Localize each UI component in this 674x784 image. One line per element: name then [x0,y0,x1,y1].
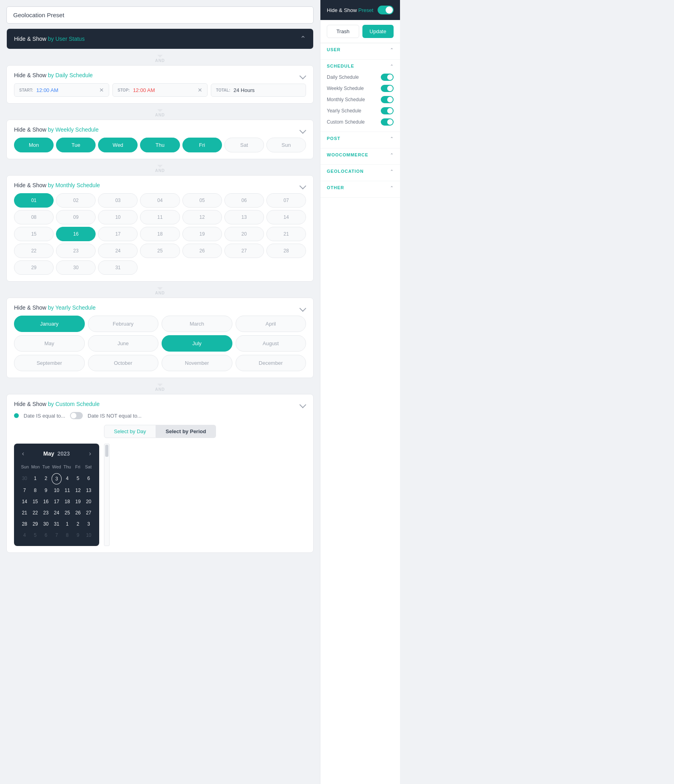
monthly-day-26[interactable]: 26 [182,244,222,258]
monthly-day-11[interactable]: 11 [140,210,180,224]
monthly-day-21[interactable]: 21 [266,227,306,241]
cal-cell-2-1[interactable]: 15 [30,496,40,507]
monthly-day-31[interactable]: 31 [98,260,138,275]
monthly-day-06[interactable]: 06 [224,193,264,208]
sidebar-schedule-item-toggle[interactable] [381,74,394,81]
yearly-month-september[interactable]: September [14,355,85,371]
sidebar-geolocation-label[interactable]: GEOLOCATION ⌃ [327,169,394,174]
yearly-chevron-icon[interactable] [300,304,306,311]
monthly-day-05[interactable]: 05 [182,193,222,208]
cal-cell-5-1[interactable]: 5 [30,530,40,540]
yearly-month-february[interactable]: February [88,316,159,332]
monthly-day-24[interactable]: 24 [98,244,138,258]
weekly-day-sun[interactable]: Sun [266,138,306,152]
stop-time-field[interactable]: STOP: 12:00 AM ✕ [112,83,208,97]
cal-cell-1-2[interactable]: 9 [41,485,51,496]
cal-cell-2-0[interactable]: 14 [20,496,30,507]
cal-cell-5-2[interactable]: 6 [41,530,51,540]
monthly-day-22[interactable]: 22 [14,244,54,258]
select-by-day-tab[interactable]: Select by Day [104,425,156,438]
monthly-day-02[interactable]: 02 [56,193,96,208]
cal-cell-4-5[interactable]: 2 [73,519,83,529]
cal-cell-0-6[interactable]: 6 [84,473,94,484]
sidebar-other-label[interactable]: OTHER ⌃ [327,185,394,190]
preset-title-input[interactable] [6,6,314,24]
daily-chevron-icon[interactable] [300,72,306,78]
weekly-day-sat[interactable]: Sat [224,138,264,152]
cal-cell-3-4[interactable]: 25 [62,508,72,518]
cal-cell-4-0[interactable]: 28 [20,519,30,529]
cal-cell-4-2[interactable]: 30 [41,519,51,529]
monthly-day-09[interactable]: 09 [56,210,96,224]
yearly-month-january[interactable]: January [14,316,85,332]
monthly-chevron-icon[interactable] [300,182,306,188]
cal-cell-5-0[interactable]: 4 [20,530,30,540]
yearly-month-october[interactable]: October [88,355,159,371]
monthly-day-29[interactable]: 29 [14,260,54,275]
update-button[interactable]: Update [362,25,394,38]
monthly-day-20[interactable]: 20 [224,227,264,241]
cal-cell-1-6[interactable]: 13 [84,485,94,496]
weekly-day-mon[interactable]: Mon [14,138,54,152]
weekly-day-thu[interactable]: Thu [140,138,180,152]
stop-clear-icon[interactable]: ✕ [198,87,202,93]
cal-cell-1-5[interactable]: 12 [73,485,83,496]
monthly-day-18[interactable]: 18 [140,227,180,241]
weekly-day-wed[interactable]: Wed [98,138,138,152]
cal-cell-3-6[interactable]: 27 [84,508,94,518]
yearly-month-may[interactable]: May [14,335,85,352]
monthly-day-14[interactable]: 14 [266,210,306,224]
sidebar-schedule-label[interactable]: SCHEDULE ⌃ [327,64,394,68]
monthly-day-30[interactable]: 30 [56,260,96,275]
yearly-month-march[interactable]: March [162,316,232,332]
monthly-day-13[interactable]: 13 [224,210,264,224]
monthly-day-25[interactable]: 25 [140,244,180,258]
custom-chevron-icon[interactable] [300,401,306,407]
cal-cell-2-4[interactable]: 18 [62,496,72,507]
sidebar-preset-toggle[interactable] [378,6,394,14]
cal-cell-1-1[interactable]: 8 [30,485,40,496]
date-is-not-toggle[interactable] [70,412,83,419]
start-time-field[interactable]: START: 12:00 AM ✕ [14,83,109,97]
yearly-month-november[interactable]: November [162,355,232,371]
cal-cell-3-0[interactable]: 21 [20,508,30,518]
cal-cell-0-1[interactable]: 1 [30,473,40,484]
cal-cell-2-6[interactable]: 20 [84,496,94,507]
trash-button[interactable]: Trash [327,25,359,38]
monthly-day-03[interactable]: 03 [98,193,138,208]
monthly-day-19[interactable]: 19 [182,227,222,241]
sidebar-schedule-item-toggle[interactable] [381,107,394,114]
cal-cell-5-6[interactable]: 10 [84,530,94,540]
monthly-day-17[interactable]: 17 [98,227,138,241]
monthly-day-12[interactable]: 12 [182,210,222,224]
weekly-chevron-icon[interactable] [300,126,306,133]
monthly-day-01[interactable]: 01 [14,193,54,208]
sidebar-schedule-item-toggle[interactable] [381,85,394,92]
sidebar-woocommerce-label[interactable]: WOOCOMMERCE ⌃ [327,152,394,157]
yearly-month-july[interactable]: July [162,335,232,352]
cal-cell-3-1[interactable]: 22 [30,508,40,518]
monthly-day-07[interactable]: 07 [266,193,306,208]
cal-cell-2-5[interactable]: 19 [73,496,83,507]
cal-cell-5-5[interactable]: 9 [73,530,83,540]
cal-cell-0-3[interactable]: 3 [52,473,62,484]
cal-cell-4-4[interactable]: 1 [62,519,72,529]
yearly-month-december[interactable]: December [236,355,306,371]
cal-cell-2-2[interactable]: 16 [41,496,51,507]
yearly-month-june[interactable]: June [88,335,159,352]
monthly-day-28[interactable]: 28 [266,244,306,258]
custom-scrollbar[interactable] [104,444,110,546]
yearly-month-april[interactable]: April [236,316,306,332]
sidebar-user-label[interactable]: USER ⌃ [327,47,394,52]
yearly-month-august[interactable]: August [236,335,306,352]
cal-cell-3-2[interactable]: 23 [41,508,51,518]
cal-cell-4-1[interactable]: 29 [30,519,40,529]
cal-cell-1-3[interactable]: 10 [52,485,62,496]
sidebar-schedule-item-toggle[interactable] [381,96,394,103]
monthly-day-27[interactable]: 27 [224,244,264,258]
sidebar-post-label[interactable]: POST ⌃ [327,136,394,141]
monthly-day-10[interactable]: 10 [98,210,138,224]
weekly-day-tue[interactable]: Tue [56,138,96,152]
cal-cell-0-0[interactable]: 30 [20,473,30,484]
sidebar-schedule-item-toggle[interactable] [381,118,394,126]
